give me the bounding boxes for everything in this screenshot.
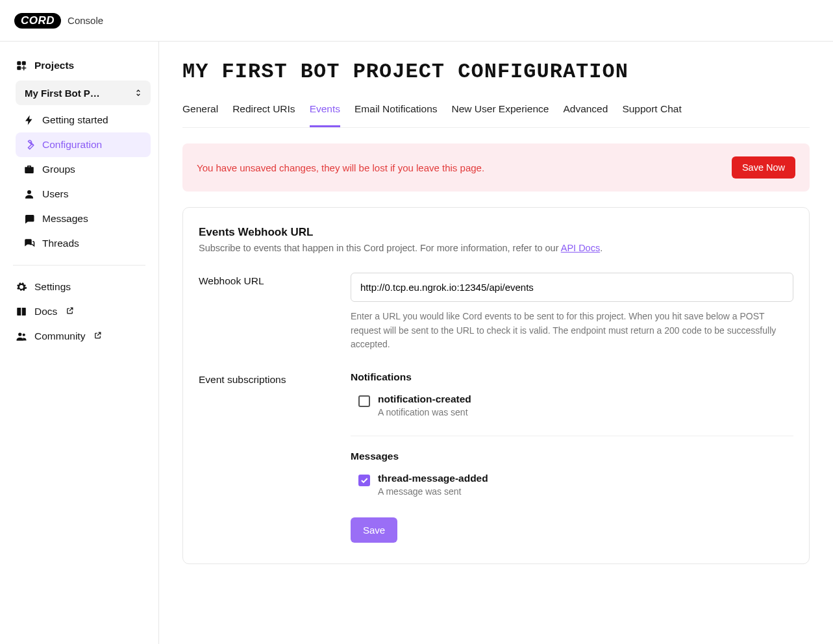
events-card-title: Events Webhook URL <box>199 226 793 239</box>
sidebar-item-label: Threads <box>42 238 79 249</box>
sidebar-item-getting-started[interactable]: Getting started <box>16 108 151 132</box>
sidebar-item-configuration[interactable]: Configuration <box>16 132 151 157</box>
sidebar-item-label: Docs <box>34 306 57 317</box>
sidebar-item-label: Groups <box>42 164 75 175</box>
message-icon <box>23 213 35 225</box>
subscription-desc: A notification was sent <box>378 407 471 417</box>
webhook-url-help: Enter a URL you would like Cord events t… <box>351 310 793 352</box>
tab-events[interactable]: Events <box>310 95 340 127</box>
tab-support-chat[interactable]: Support Chat <box>622 95 681 127</box>
sidebar-item-groups[interactable]: Groups <box>16 157 151 182</box>
user-icon <box>23 188 35 200</box>
sidebar-item-label: Configuration <box>42 139 102 151</box>
book-icon <box>16 306 27 317</box>
project-selector[interactable]: My First Bot P… <box>16 80 151 105</box>
console-label: Console <box>68 15 103 26</box>
svg-rect-2 <box>17 66 21 70</box>
external-link-icon <box>64 306 74 317</box>
sidebar-item-docs[interactable]: Docs <box>8 299 151 324</box>
sidebar-projects[interactable]: Projects <box>8 53 151 78</box>
sidebar-item-users[interactable]: Users <box>16 182 151 206</box>
subscription-title: notification-created <box>378 393 471 405</box>
divider <box>351 436 793 436</box>
webhook-url-input[interactable] <box>351 273 793 302</box>
threads-icon <box>23 238 35 249</box>
subscription-group-heading: Messages <box>351 451 793 462</box>
unsaved-alert-text: You have unsaved changes, they will be l… <box>197 162 484 173</box>
event-subscriptions-label: Event subscriptions <box>199 371 332 543</box>
svg-point-5 <box>23 334 25 336</box>
webhook-url-label: Webhook URL <box>199 273 332 352</box>
svg-point-4 <box>18 332 21 336</box>
sidebar-item-label: Users <box>42 188 68 200</box>
external-link-icon <box>92 330 102 342</box>
people-icon <box>16 330 27 342</box>
gear-icon <box>16 281 27 293</box>
subscription-title: thread-message-added <box>378 473 488 484</box>
api-docs-link[interactable]: API Docs <box>561 243 600 253</box>
sidebar-item-community[interactable]: Community <box>8 324 151 349</box>
events-card-subtitle: Subscribe to events that happen in this … <box>199 243 793 253</box>
tab-email-notifications[interactable]: Email Notifications <box>354 95 438 127</box>
subscription-desc: A message was sent <box>378 486 488 497</box>
svg-rect-1 <box>22 61 26 65</box>
sidebar-projects-label: Projects <box>34 60 74 71</box>
checkbox-notification-created[interactable] <box>358 395 370 407</box>
sidebar: Projects My First Bot P… Getting started… <box>0 42 159 644</box>
topbar: CORD Console <box>0 0 833 42</box>
sidebar-item-threads[interactable]: Threads <box>16 231 151 256</box>
sidebar-item-label: Community <box>34 330 85 342</box>
content: MY FIRST BOT PROJECT CONFIGURATION Gener… <box>159 42 833 644</box>
page-title: MY FIRST BOT PROJECT CONFIGURATION <box>182 60 810 84</box>
sidebar-item-label: Getting started <box>42 114 108 126</box>
bolt-icon <box>23 114 35 126</box>
wrench-icon <box>23 139 35 151</box>
tab-general[interactable]: General <box>182 95 218 127</box>
tabs: GeneralRedirect URIsEventsEmail Notifica… <box>182 95 810 128</box>
svg-point-3 <box>27 190 31 194</box>
events-card: Events Webhook URL Subscribe to events t… <box>182 207 810 564</box>
subscription-thread-message-added: thread-message-addedA message was sent <box>351 471 793 501</box>
unsaved-alert: You have unsaved changes, they will be l… <box>182 143 810 192</box>
save-button[interactable]: Save <box>351 517 397 543</box>
subscription-notification-created: notification-createdA notification was s… <box>351 392 793 421</box>
logo-badge: CORD <box>14 13 61 29</box>
checkbox-thread-message-added[interactable] <box>358 475 370 486</box>
svg-rect-0 <box>17 61 21 65</box>
grid-icon <box>16 60 27 71</box>
tab-new-user-experience[interactable]: New User Experience <box>452 95 549 127</box>
subscription-group-heading: Notifications <box>351 371 793 383</box>
save-now-button[interactable]: Save Now <box>732 156 795 179</box>
sidebar-item-messages[interactable]: Messages <box>16 206 151 231</box>
tab-advanced[interactable]: Advanced <box>563 95 608 127</box>
chevron-up-down-icon <box>132 87 144 99</box>
briefcase-icon <box>23 164 35 175</box>
sidebar-item-settings[interactable]: Settings <box>8 275 151 299</box>
tab-redirect-uris[interactable]: Redirect URIs <box>232 95 295 127</box>
project-selector-name: My First Bot P… <box>25 88 100 99</box>
sidebar-item-label: Messages <box>42 213 88 225</box>
sidebar-item-label: Settings <box>34 281 71 293</box>
